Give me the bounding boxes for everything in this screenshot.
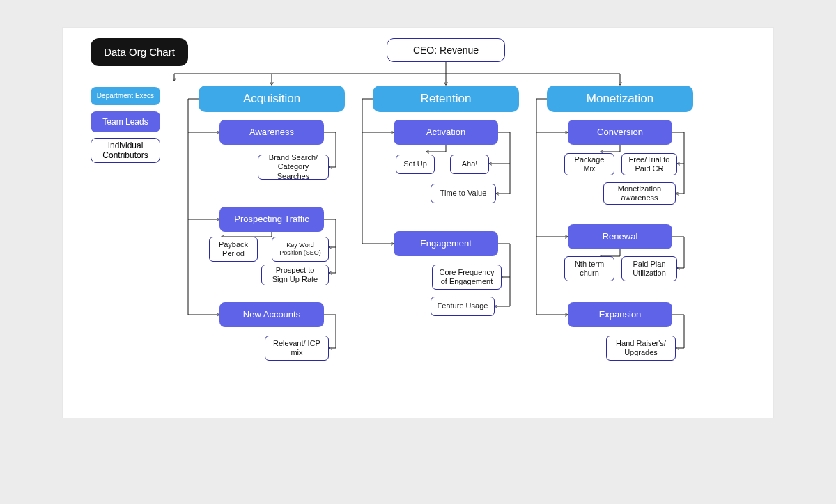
ceo-node: CEO: Revenue: [387, 38, 505, 62]
ic-nth-churn: Nth term churn: [564, 256, 614, 281]
diagram-canvas: Data Org Chart CEO: Revenue Department E…: [63, 28, 773, 418]
dept-acquisition: Acquisition: [199, 86, 345, 112]
lead-new-accounts: New Accounts: [219, 302, 324, 327]
ic-seo: Key Word Position (SEO): [272, 237, 329, 262]
lead-conversion: Conversion: [568, 120, 672, 145]
ic-ttv: Time to Value: [431, 184, 496, 203]
ic-icp-mix: Relevant/ ICP mix: [265, 336, 329, 361]
dept-monetization: Monetization: [547, 86, 693, 112]
chart-title: Data Org Chart: [91, 38, 188, 66]
ic-feature-usage: Feature Usage: [431, 297, 495, 316]
ic-plan-util: Paid Plan Utilization: [621, 256, 677, 281]
legend-lead: Team Leads: [91, 111, 160, 132]
ic-signup-rate: Prospect to Sign Up Rate: [261, 265, 329, 285]
dept-retention: Retention: [373, 86, 519, 112]
lead-expansion: Expansion: [568, 302, 672, 327]
ic-payback: Payback Period: [209, 237, 258, 262]
ic-trial-paid: Free/Trial to Paid CR: [621, 153, 677, 175]
ic-mon-aware: Monetization awareness: [603, 182, 676, 205]
legend-ic: Individual Contributors: [91, 138, 160, 163]
ic-package-mix: Package Mix: [564, 153, 614, 175]
ic-aha: Aha!: [450, 155, 489, 174]
lead-renewal: Renewal: [568, 224, 672, 249]
ic-upgrades: Hand Raiser's/ Upgrades: [606, 336, 676, 361]
lead-engagement: Engagement: [394, 231, 498, 256]
ic-setup: Set Up: [396, 155, 435, 174]
ic-core-freq: Core Frequency of Engagement: [432, 265, 502, 290]
lead-awareness: Awareness: [219, 120, 324, 145]
lead-activation: Activation: [394, 120, 498, 145]
ic-brand-search: Brand Search/ Category Searches: [258, 155, 329, 180]
lead-prospecting: Prospecting Traffic: [219, 207, 324, 232]
legend-dept: Department Execs: [91, 87, 160, 105]
